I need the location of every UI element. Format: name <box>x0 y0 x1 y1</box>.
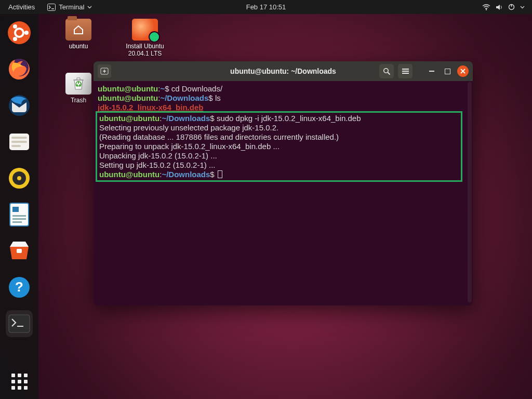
chevron-down-icon <box>87 6 92 9</box>
svg-rect-12 <box>11 137 27 139</box>
dock-icon-libreoffice[interactable] <box>6 201 33 228</box>
svg-rect-22 <box>12 221 22 223</box>
svg-point-28 <box>383 68 388 72</box>
svg-rect-0 <box>48 4 56 10</box>
dock-icon-files[interactable] <box>6 128 33 155</box>
apps-grid-icon <box>11 374 28 390</box>
desktop-icon-installer[interactable]: Install Ubuntu 20.04.1 LTS <box>116 19 174 57</box>
svg-point-7 <box>13 24 17 29</box>
terminal-icon <box>47 4 56 11</box>
app-menu[interactable]: Terminal <box>43 3 96 11</box>
top-bar: Activities Terminal Feb 17 10:51 <box>0 0 532 14</box>
annotation-highlight: ubuntu@ubuntu:~/Downloads$ sudo dpkg -i … <box>96 111 462 182</box>
app-menu-label: Terminal <box>59 3 84 11</box>
ubuntu-installer-icon <box>132 19 158 41</box>
window-title: ubuntu@ubuntu: ~/Downloads <box>230 67 336 75</box>
trash-icon <box>65 73 91 95</box>
dock-icon-terminal[interactable] <box>6 310 33 337</box>
dock-icon-help[interactable]: ? <box>6 274 33 301</box>
activities-button[interactable]: Activities <box>0 3 43 11</box>
volume-icon <box>496 4 503 10</box>
svg-rect-19 <box>12 207 19 212</box>
search-icon <box>383 68 391 75</box>
system-status-area[interactable] <box>482 4 532 10</box>
desktop-icon-label: 20.04.1 LTS <box>116 50 174 57</box>
window-titlebar[interactable]: ubuntu@ubuntu: ~/Downloads <box>94 61 473 81</box>
desktop-icon-label: Install Ubuntu <box>116 43 174 50</box>
show-applications-button[interactable] <box>6 372 33 399</box>
dock-icon-rhythmbox[interactable] <box>6 165 33 192</box>
menu-button[interactable] <box>398 64 413 78</box>
svg-rect-20 <box>12 215 26 217</box>
maximize-button[interactable] <box>442 65 453 77</box>
svg-point-17 <box>17 176 21 180</box>
dock-icon-ubuntu[interactable] <box>6 19 33 46</box>
svg-point-1 <box>486 9 487 10</box>
chevron-down-icon <box>520 6 525 9</box>
terminal-cursor <box>218 170 222 178</box>
close-button[interactable] <box>457 65 469 77</box>
svg-rect-21 <box>12 218 26 220</box>
dock-icon-software[interactable] <box>6 237 33 264</box>
svg-text:?: ? <box>15 279 23 295</box>
minimize-button[interactable] <box>426 65 437 77</box>
new-tab-button[interactable] <box>98 64 111 78</box>
svg-point-6 <box>24 31 29 35</box>
close-icon <box>460 69 466 74</box>
search-button[interactable] <box>379 64 394 78</box>
svg-rect-13 <box>11 141 27 143</box>
svg-rect-14 <box>11 145 21 147</box>
folder-icon <box>65 19 91 41</box>
terminal-output[interactable]: ubuntu@ubuntu:~$ cd Downloads/ ubuntu@ub… <box>94 81 473 305</box>
clock[interactable]: Feb 17 10:51 <box>246 3 286 11</box>
dock-icon-thunderbird[interactable] <box>6 92 33 119</box>
new-tab-icon <box>100 68 109 75</box>
dock-icon-firefox[interactable] <box>6 56 33 83</box>
wifi-icon <box>482 4 490 10</box>
terminal-window: ubuntu@ubuntu: ~/Downloads ubuntu@ubuntu… <box>94 61 473 305</box>
svg-rect-23 <box>17 249 22 253</box>
terminal-scrollbar[interactable] <box>468 82 472 302</box>
dock: ? <box>0 14 38 399</box>
desktop-icon-label: ubuntu <box>50 43 107 50</box>
svg-line-29 <box>388 72 390 74</box>
svg-rect-26 <box>9 315 30 332</box>
desktop-icon-home[interactable]: ubuntu <box>50 19 107 50</box>
power-icon <box>508 4 515 10</box>
hamburger-icon <box>402 68 409 74</box>
svg-point-8 <box>13 37 17 41</box>
